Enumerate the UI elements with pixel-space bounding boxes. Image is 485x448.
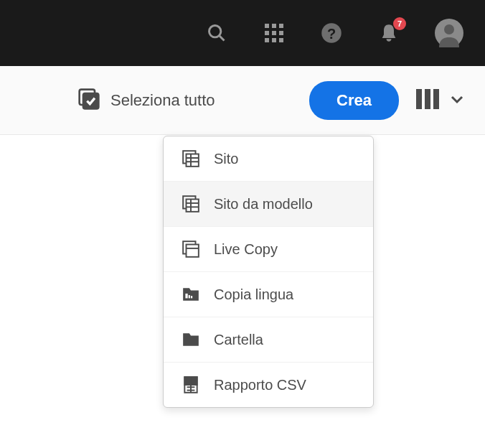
svg-rect-7 xyxy=(416,89,422,109)
avatar[interactable] xyxy=(435,19,463,47)
dropdown-item-site-from-template[interactable]: Sito da modello xyxy=(164,182,373,227)
svg-rect-9 xyxy=(433,89,439,109)
svg-rect-11 xyxy=(187,154,199,167)
svg-rect-25 xyxy=(191,296,192,298)
svg-text:?: ? xyxy=(327,26,336,42)
dropdown-item-label: Sito da modello xyxy=(214,196,313,213)
apps-icon[interactable] xyxy=(263,22,286,45)
svg-rect-8 xyxy=(425,89,430,109)
svg-point-0 xyxy=(209,26,221,37)
select-all-label: Seleziona tutto xyxy=(110,91,215,110)
dropdown-item-label: Cartella xyxy=(214,332,263,348)
dropdown-item-label: Live Copy xyxy=(214,241,278,258)
site-icon xyxy=(181,149,201,169)
create-dropdown: Sito Sito da modello Live Copy xyxy=(163,136,374,408)
live-copy-icon xyxy=(181,239,201,259)
dropdown-item-live-copy[interactable]: Live Copy xyxy=(164,227,373,272)
top-bar: ? 7 xyxy=(0,0,485,66)
search-icon[interactable] xyxy=(205,22,228,45)
folder-icon xyxy=(181,330,201,350)
svg-rect-23 xyxy=(185,294,187,299)
csv-report-icon xyxy=(181,375,201,395)
dropdown-item-csv-report[interactable]: Rapporto CSV xyxy=(164,363,373,407)
create-button[interactable]: Crea xyxy=(309,81,399,120)
select-all-button[interactable]: Seleziona tutto xyxy=(77,88,292,113)
language-copy-icon xyxy=(181,284,201,304)
notification-badge: 7 xyxy=(393,17,406,30)
dropdown-item-label: Sito xyxy=(214,151,238,167)
svg-point-4 xyxy=(444,24,454,34)
dropdown-item-language-copy[interactable]: Copia lingua xyxy=(164,272,373,317)
svg-rect-21 xyxy=(187,245,199,257)
dropdown-item-folder[interactable]: Cartella xyxy=(164,317,373,363)
chevron-down-icon xyxy=(451,94,463,107)
notifications-icon[interactable]: 7 xyxy=(377,22,400,45)
svg-rect-24 xyxy=(189,295,190,298)
dropdown-item-label: Rapporto CSV xyxy=(214,377,306,393)
help-icon[interactable]: ? xyxy=(320,22,343,45)
dropdown-item-label: Copia lingua xyxy=(214,286,293,303)
action-bar: Seleziona tutto Crea xyxy=(0,66,485,135)
view-switcher[interactable] xyxy=(416,89,463,112)
svg-line-1 xyxy=(220,36,225,41)
site-template-icon xyxy=(181,194,201,214)
svg-rect-16 xyxy=(187,200,199,212)
select-all-icon xyxy=(77,88,100,113)
column-view-icon xyxy=(416,89,442,112)
dropdown-item-site[interactable]: Sito xyxy=(164,136,373,182)
